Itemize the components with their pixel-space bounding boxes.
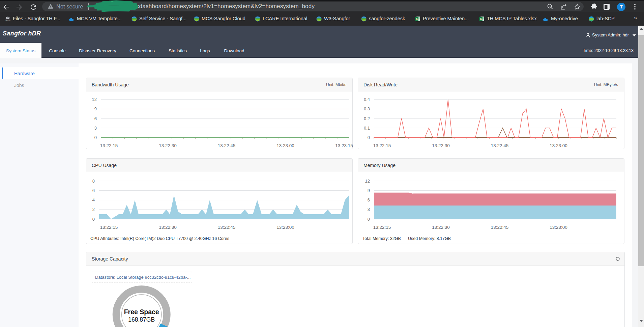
svg-text:8: 8 — [92, 179, 95, 184]
svg-text:13:22:45: 13:22:45 — [218, 225, 236, 230]
svg-text:13:23:00: 13:23:00 — [276, 143, 294, 148]
svg-text:13:23:00: 13:23:00 — [550, 225, 567, 230]
svg-text:13:22:30: 13:22:30 — [432, 225, 450, 230]
svg-text:13:22:15: 13:22:15 — [373, 225, 391, 230]
svg-text:6: 6 — [92, 188, 95, 193]
svg-text:0.4: 0.4 — [364, 97, 370, 102]
svg-text:X: X — [480, 17, 482, 21]
svg-text:3: 3 — [368, 207, 370, 212]
svg-text:0: 0 — [94, 135, 97, 140]
svg-text:0: 0 — [368, 135, 370, 140]
svg-text:13:22:15: 13:22:15 — [100, 143, 118, 148]
svg-text:0: 0 — [92, 217, 95, 222]
svg-text:3: 3 — [94, 125, 97, 130]
svg-text:13:22:30: 13:22:30 — [159, 225, 177, 230]
svg-text:13:22:30: 13:22:30 — [159, 143, 177, 148]
svg-text:X: X — [416, 17, 418, 21]
svg-text:13:22:15: 13:22:15 — [100, 225, 118, 230]
svg-text:9: 9 — [368, 188, 370, 193]
svg-text:13:23:15: 13:23:15 — [335, 143, 353, 148]
svg-text:12: 12 — [92, 97, 97, 102]
svg-text:13:22:30: 13:22:30 — [432, 143, 450, 148]
svg-text:Free Space: Free Space — [124, 308, 159, 316]
svg-text:9: 9 — [94, 106, 97, 111]
svg-text:0.2: 0.2 — [364, 116, 370, 121]
svg-text:13:23:00: 13:23:00 — [276, 225, 294, 230]
svg-text:0.1: 0.1 — [364, 125, 370, 130]
svg-text:13:22:15: 13:22:15 — [373, 143, 391, 148]
svg-text:13:22:45: 13:22:45 — [491, 225, 509, 230]
svg-text:0.3: 0.3 — [364, 106, 370, 111]
svg-text:2: 2 — [92, 207, 95, 212]
svg-text:4: 4 — [92, 197, 95, 202]
svg-text:6: 6 — [368, 197, 370, 202]
svg-text:13:23:00: 13:23:00 — [550, 143, 567, 148]
svg-text:SANGFOR: SANGFOR — [5, 20, 11, 21]
svg-text:0: 0 — [368, 217, 370, 222]
svg-text:13:22:45: 13:22:45 — [218, 143, 236, 148]
svg-text:168.87GB: 168.87GB — [128, 316, 155, 323]
svg-text:13:22:45: 13:22:45 — [491, 143, 509, 148]
svg-text:12: 12 — [365, 179, 370, 184]
svg-text:6: 6 — [94, 116, 97, 121]
